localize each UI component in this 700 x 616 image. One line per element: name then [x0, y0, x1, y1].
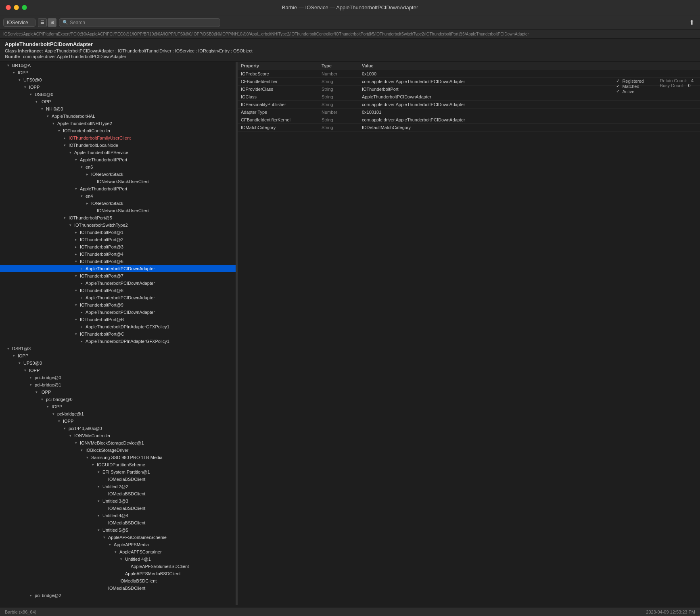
tree-item-netstackuser2[interactable]: IONetworkStackUserClient	[0, 207, 236, 214]
tree-item-switch2[interactable]: ▾IOThunderboltSwitchType2	[0, 221, 236, 229]
tree-item-pcibridge2[interactable]: ▸pci-bridge@2	[0, 592, 236, 599]
prop-cell-property-1: CFBundleIdentifier	[241, 79, 322, 84]
tree-item-untitled3_bsd[interactable]: IOMediaBSDClient	[0, 505, 236, 512]
tree-item-iopp7[interactable]: ▾IOPP	[0, 403, 236, 410]
tree-item-hal[interactable]: ▾AppleThunderboltHAL	[0, 113, 236, 120]
property-row-7[interactable]: IOMatchCategoryStringIODefaultMatchCateg…	[238, 124, 700, 132]
tree-item-untitled4_1[interactable]: ▾Untitled 4@1	[0, 555, 236, 563]
property-row-0[interactable]: IOProbeScoreNumber0x1000	[238, 70, 700, 78]
tree-item-tbportB[interactable]: ▾IOThunderboltPort@B	[0, 316, 236, 323]
tree-item-tbport1[interactable]: ▸IOThunderboltPort@1	[0, 229, 236, 236]
tree-item-apfs_media_bsd[interactable]: AppleAPFSMediaBSDClient	[0, 570, 236, 577]
tree-item-untitled4[interactable]: ▾Untitled 4@4	[0, 512, 236, 519]
tree-item-media_bsd_client[interactable]: IOMediaBSDClient	[0, 577, 236, 585]
tree-item-netstack1[interactable]: ▸IONetworkStack	[0, 171, 236, 178]
tree-item-nhi0[interactable]: ▾NHI0@0	[0, 105, 236, 113]
prop-cell-property-3: IOClass	[241, 94, 322, 99]
tree-item-localnode[interactable]: ▾IOThunderboltLocalNode	[0, 142, 236, 149]
tree-item-iopp2[interactable]: ▾IOPP	[0, 84, 236, 91]
tree-item-iopp6[interactable]: ▾IOPP	[0, 388, 236, 396]
close-button[interactable]	[6, 5, 11, 10]
tree-item-tbport7[interactable]: ▾IOThunderboltPort@7	[0, 272, 236, 280]
tree-item-apfs_vol_bsd[interactable]: AppleAPFSVolumeBSDClient	[0, 563, 236, 570]
tree-item-ufs0[interactable]: ▾UFS0@0	[0, 76, 236, 84]
tree-item-ipservice[interactable]: ▾AppleThunderboltIPService	[0, 149, 236, 156]
tree-item-familyclient[interactable]: ▸IOThunderboltFamilyUserClient	[0, 134, 236, 142]
tree-item-iopp3[interactable]: ▾IOPP	[0, 98, 236, 105]
tree-label-netstack2: IONetworkStack	[91, 201, 123, 206]
tree-item-ipport2[interactable]: ▾AppleThunderboltIPPort	[0, 185, 236, 192]
tree-item-en6[interactable]: ▾en6	[0, 163, 236, 171]
tree-item-tbport6[interactable]: ▾IOThunderboltPort@6	[0, 258, 236, 265]
minimize-button[interactable]	[14, 5, 19, 10]
property-row-5[interactable]: Adapter TypeNumber0x100101	[238, 109, 700, 116]
tree-item-pcidownadapter_selected[interactable]: ▸AppleThunderboltPCIDownAdapter	[0, 265, 236, 272]
tree-item-untitled2[interactable]: ▾Untitled 2@2	[0, 483, 236, 490]
tree-item-dsb0[interactable]: ▾DSB0@0	[0, 91, 236, 98]
search-bar[interactable]: 🔍 Search	[59, 18, 220, 27]
property-row-3[interactable]: IOClassStringAppleThunderboltPCIDownAdap…	[238, 93, 700, 101]
tree-item-apfs_media[interactable]: ▾AppleAPFSMedia	[0, 541, 236, 548]
tree-item-apfs_container[interactable]: ▾AppleAPFSContainer	[0, 548, 236, 555]
tree-item-br10a[interactable]: ▾BR10@A	[0, 62, 236, 69]
tree-item-port5[interactable]: ▾IOThunderboltPort@5	[0, 214, 236, 221]
grid-view-button[interactable]: ⊞	[48, 18, 56, 27]
prop-cell-value-0: 0x1000	[362, 71, 697, 76]
tree-item-untitled3[interactable]: ▾Untitled 3@3	[0, 497, 236, 505]
tree-item-iopp1[interactable]: ▾IOPP	[0, 69, 236, 76]
tree-arrow-iopp6: ▾	[36, 390, 40, 394]
tree-item-nvme_dev[interactable]: ▾pci144d,a80x@0	[0, 425, 236, 432]
tree-item-iomedia_bsd[interactable]: IOMediaBSDClient	[0, 585, 236, 592]
tree-label-tbport3: IOThunderboltPort@3	[80, 244, 123, 249]
list-view-button[interactable]: ☰	[38, 18, 47, 27]
tree-item-efi_part[interactable]: ▾EFI System Partition@1	[0, 468, 236, 476]
tree-item-tbport3[interactable]: ▸IOThunderboltPort@3	[0, 243, 236, 251]
tree-item-tbport8[interactable]: ▾IOThunderboltPort@8	[0, 287, 236, 294]
property-row-4[interactable]: IOPersonalityPublisherStringcom.apple.dr…	[238, 101, 700, 109]
tree-item-tbport4[interactable]: ▸IOThunderboltPort@4	[0, 251, 236, 258]
tree-item-tbport9[interactable]: ▾IOThunderboltPort@9	[0, 301, 236, 309]
tree-item-controller[interactable]: ▾IOThunderboltController	[0, 127, 236, 134]
tree-item-iopp4[interactable]: ▾IOPP	[0, 352, 236, 359]
tree-item-netstack2[interactable]: ▸IONetworkStack	[0, 200, 236, 207]
tree-item-ups0[interactable]: ▾UPS0@0	[0, 359, 236, 367]
tree-panel[interactable]: ▾BR10@A▾IOPP▾UFS0@0▾IOPP▾DSB0@0▾IOPP▾NHI…	[0, 62, 236, 605]
tree-label-familyclient: IOThunderboltFamilyUserClient	[69, 136, 131, 140]
expand-button[interactable]: ⬆	[687, 18, 697, 27]
tree-item-pcidown3[interactable]: ▸AppleThunderboltPCIDownAdapter	[0, 294, 236, 301]
tree-item-pcibridge0b[interactable]: ▾pci-bridge@0	[0, 396, 236, 403]
service-selector[interactable]: IOService	[3, 19, 36, 27]
tree-item-pcibridge1a[interactable]: ▾pci-bridge@1	[0, 381, 236, 388]
tree-item-pcibridge0a[interactable]: ▸pci-bridge@0	[0, 374, 236, 381]
tree-item-pcidown4[interactable]: ▸AppleThunderboltPCIDownAdapter	[0, 309, 236, 316]
tree-item-iopp8[interactable]: ▾IOPP	[0, 418, 236, 425]
tree-item-samsung_ssd[interactable]: ▾Samsung SSD 980 PRO 1TB Media	[0, 454, 236, 461]
tree-arrow-tbportC: ▾	[75, 332, 80, 336]
tree-arrow-guid_scheme: ▾	[92, 463, 97, 467]
tree-item-nvme_block[interactable]: ▾IONVMeBlockStorageDevice@1	[0, 439, 236, 447]
tree-item-en4[interactable]: ▾en4	[0, 192, 236, 200]
tree-label-pcibridge0b: pci-bridge@0	[46, 397, 73, 402]
tree-item-iopp5[interactable]: ▾IOPP	[0, 367, 236, 374]
tree-item-gfxpolicy1[interactable]: ▸AppleThunderboltDPInAdapterGFXPolicy1	[0, 323, 236, 330]
main-content: ▾BR10@A▾IOPP▾UFS0@0▾IOPP▾DSB0@0▾IOPP▾NHI…	[0, 62, 700, 605]
tree-item-nhitype2[interactable]: ▾AppleThunderboltNHIType2	[0, 120, 236, 127]
tree-item-tbport2[interactable]: ▸IOThunderboltPort@2	[0, 236, 236, 243]
tree-item-block_driver[interactable]: ▾IOBlockStorageDriver	[0, 447, 236, 454]
tree-item-pcidown2[interactable]: ▸AppleThunderboltPCIDownAdapter	[0, 280, 236, 287]
tree-item-efi_bsd[interactable]: IOMediaBSDClient	[0, 476, 236, 483]
tree-item-untitled2_bsd[interactable]: IOMediaBSDClient	[0, 490, 236, 497]
tree-item-netstackuser1[interactable]: IONetworkStackUserClient	[0, 178, 236, 185]
tree-item-ipport1[interactable]: ▾AppleThunderboltIPPort	[0, 156, 236, 163]
tree-item-gfxpolicy2[interactable]: ▸AppleThunderboltDPInAdapterGFXPolicy1	[0, 338, 236, 345]
maximize-button[interactable]	[22, 5, 27, 10]
property-row-6[interactable]: CFBundleIdentifierKernelStringcom.apple.…	[238, 116, 700, 124]
tree-item-apfs_scheme[interactable]: ▾AppleAPFSContainerScheme	[0, 534, 236, 541]
tree-item-guid_scheme[interactable]: ▾IOGUIDPartitionScheme	[0, 461, 236, 468]
tree-item-dsb1[interactable]: ▾DSB1@3	[0, 345, 236, 352]
tree-item-untitled5[interactable]: ▾Untitled 5@5	[0, 526, 236, 534]
tree-item-nvme_ctrl[interactable]: ▾IONVMeController	[0, 432, 236, 439]
tree-item-untitled4_bsd[interactable]: IOMediaBSDClient	[0, 519, 236, 526]
tree-item-tbportC[interactable]: ▾IOThunderboltPort@C	[0, 330, 236, 338]
tree-item-pcibridge1b[interactable]: ▾pci-bridge@1	[0, 410, 236, 418]
